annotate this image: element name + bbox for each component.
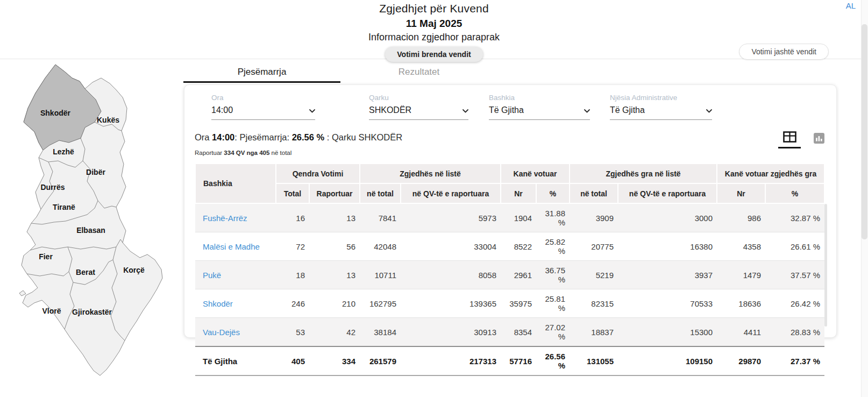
qarku-select[interactable]: QarkuSHKODËR — [369, 94, 468, 120]
cell-value: 13 — [309, 261, 360, 289]
column-header: Nr — [717, 183, 765, 203]
cell-value: 29870 — [717, 346, 765, 375]
cell-value: 261579 — [360, 346, 401, 375]
language-link[interactable]: AL — [846, 1, 856, 10]
municipality-link[interactable]: Malësi e Madhe — [195, 232, 276, 261]
njesia-administrative-select[interactable]: Njësia AdministrativeTë Gjitha — [610, 94, 712, 120]
cell-value: 3937 — [618, 261, 717, 289]
cell-value: 33004 — [401, 232, 501, 261]
cell-value: 18636 — [717, 289, 765, 318]
map-label-korce: Korçë — [123, 266, 145, 274]
filter-value: Të Gjitha — [610, 105, 645, 115]
reported-count: 334 QV nga 405 — [224, 150, 269, 156]
table-view-icon[interactable] — [781, 131, 798, 145]
filter-label: Bashkia — [489, 94, 590, 102]
map-label-berat: Berat — [76, 268, 95, 277]
cell-value: 30913 — [401, 318, 501, 347]
cell-value: 25.82 % — [536, 232, 570, 261]
summary-prefix: Ora — [195, 132, 212, 142]
page-scrollbar-thumb[interactable] — [862, 24, 867, 239]
cell-value: 10711 — [360, 261, 401, 289]
column-header: në total — [360, 183, 401, 203]
map-label-tirane: Tiranë — [53, 203, 75, 211]
albania-map[interactable]: ShkodërKukësLezhëDibërDurrësTiranëElbasa… — [16, 62, 167, 379]
cell-value: 8058 — [401, 261, 501, 289]
participation-table-wrap: BashkiaQendra VotimiZgjedhës në listëKan… — [195, 163, 827, 376]
chevron-down-icon — [463, 105, 468, 115]
bar-chart-view-icon[interactable] — [814, 133, 824, 144]
map-label-diber: Dibër — [86, 168, 105, 176]
table-row-fushe-arrez: Fushë-Arrëz161378415973190431.88 %390930… — [195, 203, 824, 232]
cell-value: 109150 — [618, 346, 717, 375]
tab-label: Rezultatet — [399, 67, 440, 77]
chevron-down-icon — [309, 105, 315, 115]
election-dashboard: Zgjedhjet për Kuvend 11 Maj 2025 Informa… — [0, 0, 868, 397]
cell-value: 13 — [309, 203, 360, 232]
cell-value: 210 — [309, 289, 360, 318]
page-subtitle: Informacion zgjedhor paraprak — [0, 32, 868, 43]
reported-line: Raportuar 334 QV nga 405 në total — [195, 150, 291, 156]
table-row-vau-dejes: Vau-Dejës53423818430913835427.02 %188371… — [195, 318, 824, 347]
municipality-link[interactable]: Vau-Dejës — [195, 318, 276, 347]
cell-value: 2961 — [501, 261, 536, 289]
bashkia-select[interactable]: BashkiaTë Gjitha — [489, 94, 590, 120]
map-label-kukes: Kukës — [97, 116, 119, 124]
cell-value: 56 — [309, 232, 360, 261]
summary-time: 14:00 — [212, 132, 234, 142]
election-date: 11 Maj 2025 — [0, 18, 868, 30]
cell-value: 5219 — [570, 261, 618, 289]
page-header: Zgjedhjet për Kuvend 11 Maj 2025 Informa… — [0, 0, 868, 59]
cell-value: 18 — [276, 261, 309, 289]
albania-map-svg: ShkodërKukësLezhëDibërDurrësTiranëElbasa… — [16, 62, 167, 379]
map-label-durres: Durrës — [40, 183, 65, 192]
map-label-shkoder: Shkodër — [40, 109, 71, 117]
ora-select[interactable]: Ora14:00 — [211, 94, 315, 120]
participation-table: BashkiaQendra VotimiZgjedhës në listëKan… — [195, 163, 825, 376]
group-header-zgjedhes-gra-ne-liste: Zgjedhës gra në listë — [570, 164, 717, 183]
filter-value: 14:00 — [211, 105, 233, 115]
cell-value: 1479 — [717, 261, 765, 289]
table-row-puke: Pukë1813107118058296136.75 %521939371479… — [195, 261, 824, 289]
cell-value: 8522 — [501, 232, 536, 261]
cell-value: 42 — [309, 318, 360, 347]
cell-value: 16 — [276, 203, 309, 232]
municipality-link[interactable]: Shkodër — [195, 289, 276, 318]
votimi-jashte-vendit-button[interactable]: Votimi jashtë vendit — [739, 44, 829, 60]
column-header: % — [536, 183, 570, 203]
page-title: Zgjedhjet për Kuvend — [0, 0, 868, 15]
cell-value: 35975 — [501, 289, 536, 318]
map-label-fier: Fier — [39, 252, 53, 261]
cell-value: 28.83 % — [765, 318, 824, 347]
map-label-lezhe: Lezhë — [53, 147, 74, 156]
cell-value: 18837 — [570, 318, 618, 347]
cell-value: 7841 — [360, 203, 401, 232]
municipality-link[interactable]: Fushë-Arrëz — [195, 203, 276, 232]
table-scrollbar[interactable] — [824, 204, 827, 327]
table-row-shkoder: Shkodër2462101627951393653597525.81 %823… — [195, 289, 824, 318]
summary-percent: 26.56 % — [292, 132, 325, 142]
column-header: në total — [570, 183, 618, 203]
municipality-link[interactable]: Pukë — [195, 261, 276, 289]
column-header: Nr — [501, 183, 536, 203]
page-scrollbar-track[interactable] — [861, 0, 868, 397]
cell-value: 26.61 % — [765, 232, 824, 261]
cell-value: 82315 — [570, 289, 618, 318]
cell-value: 57716 — [501, 346, 536, 375]
total-label: Të Gjitha — [195, 346, 276, 375]
cell-value: 42048 — [360, 232, 401, 261]
group-header-kane-votuar-zgjedhes-gra: Kanë votuar zgjedhës gra — [717, 164, 824, 183]
cell-value: 405 — [276, 346, 309, 375]
chevron-down-icon — [706, 105, 712, 115]
tab-rezultatet[interactable]: Rezultatet — [340, 61, 497, 83]
map-label-gjirokaster: Gjirokastër — [72, 308, 112, 316]
cell-value: 70533 — [618, 289, 717, 318]
votimi-brenda-vendit-button[interactable]: Votimi brenda vendit — [385, 47, 482, 62]
cell-value: 16380 — [618, 232, 717, 261]
cell-value: 4358 — [717, 232, 765, 261]
tab-pjesemarrja[interactable]: Pjesëmarrja — [183, 61, 340, 83]
reported-suffix: në total — [269, 150, 291, 156]
cell-value: 36.75 % — [536, 261, 570, 289]
cell-value: 27.37 % — [765, 346, 824, 375]
cell-value: 32.87 % — [765, 203, 824, 232]
cell-value: 72 — [276, 232, 309, 261]
